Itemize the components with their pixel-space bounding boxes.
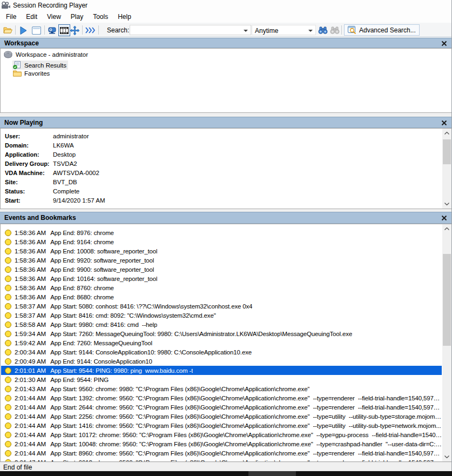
field-label: User: bbox=[5, 133, 20, 139]
event-row[interactable]: 1:58:36 AM App End: 10008: software_repo… bbox=[1, 246, 442, 256]
events-panel-title: Events and Bookmarks bbox=[4, 214, 76, 222]
event-bookmark-icon bbox=[5, 303, 11, 310]
scroll-up-icon[interactable] bbox=[442, 129, 451, 138]
event-bookmark-icon bbox=[5, 404, 11, 411]
pan-button[interactable] bbox=[69, 24, 80, 36]
menu-item[interactable]: Edit bbox=[21, 11, 42, 22]
event-bookmark-icon bbox=[5, 312, 11, 319]
event-time: 1:59:42 AM bbox=[15, 340, 46, 346]
events-close-icon[interactable] bbox=[441, 215, 447, 221]
event-description: App Start: 9144: ConsoleApplication10: 9… bbox=[50, 349, 252, 356]
event-time: 2:01:44 AM bbox=[15, 404, 46, 411]
menu-item[interactable]: Help bbox=[113, 11, 136, 22]
field-value: TSVDA2 bbox=[53, 160, 77, 167]
event-row[interactable]: 2:01:44 AM App Start: 8960: chrome: 9560… bbox=[1, 448, 442, 458]
event-row[interactable]: 2:00:34 AM App Start: 9144: ConsoleAppli… bbox=[1, 347, 442, 357]
more-tools-button[interactable] bbox=[84, 24, 96, 36]
event-description: App End: 10008: software_reporter_tool bbox=[50, 248, 157, 254]
event-time: 2:00:34 AM bbox=[15, 349, 46, 356]
event-row[interactable]: 2:01:44 AM App Start: 1416: chrome: 9560… bbox=[1, 421, 442, 430]
workspace-tree: Workspace - administrator Search Results… bbox=[0, 48, 452, 113]
now-playing-scrollbar[interactable] bbox=[442, 129, 451, 209]
event-row[interactable]: 1:58:58 AM App Start: 9980: cmd: 8416: c… bbox=[1, 320, 442, 329]
event-description: App Start: 10172: chrome: 9560: "C:\Prog… bbox=[50, 432, 442, 438]
workspace-panel-header: Workspace bbox=[0, 38, 452, 48]
projector-icon bbox=[48, 26, 57, 35]
tree-item-search-results[interactable]: Search Results bbox=[12, 61, 68, 70]
dropdown-arrow-icon[interactable] bbox=[308, 30, 313, 32]
scroll-down-icon[interactable] bbox=[442, 199, 451, 209]
scrollbar-thumb[interactable] bbox=[443, 139, 451, 164]
event-row[interactable]: 2:01:43 AM App Start: 9560: chrome: 9980… bbox=[1, 384, 442, 393]
event-row[interactable]: 1:58:36 AM App End: 8680: chrome bbox=[1, 292, 442, 301]
dropdown-arrow-icon[interactable] bbox=[244, 30, 248, 32]
event-row[interactable]: 2:00:49 AM App End: 9144: ConsoleApplica… bbox=[1, 357, 442, 366]
player-window-button[interactable] bbox=[30, 24, 42, 36]
open-button[interactable] bbox=[2, 24, 14, 36]
event-bookmark-icon bbox=[5, 340, 11, 346]
events-scrollbar[interactable] bbox=[442, 224, 451, 461]
event-bookmark-icon bbox=[5, 294, 11, 300]
event-bookmark-icon bbox=[5, 239, 11, 245]
workspace-close-icon[interactable] bbox=[441, 41, 447, 46]
event-row[interactable]: 2:01:44 AM App Start: 2644: chrome: 9560… bbox=[1, 403, 442, 412]
tree-item-label: Search Results bbox=[24, 62, 66, 69]
search-input[interactable] bbox=[130, 25, 251, 35]
event-row[interactable]: 1:58:36 AM App End: 8760: chrome bbox=[1, 283, 442, 292]
event-description: App Start: 10048: chrome: 9560: "C:\Prog… bbox=[50, 441, 442, 447]
event-row[interactable]: 2:01:30 AM App End: 9544: PING bbox=[1, 375, 442, 384]
chevrons-icon bbox=[85, 27, 95, 33]
event-time: 1:58:36 AM bbox=[15, 239, 46, 245]
menu-item[interactable]: Tools bbox=[88, 11, 113, 22]
scrollbar-thumb[interactable] bbox=[443, 254, 451, 346]
event-row[interactable]: 1:59:34 AM App Start: 7260: MessageQueui… bbox=[1, 329, 442, 338]
event-bookmark-icon bbox=[5, 266, 11, 273]
event-description: App Start: 9560: chrome: 9980: "C:\Progr… bbox=[50, 386, 309, 392]
workspace-root-node[interactable]: Workspace - administrator bbox=[4, 51, 88, 58]
event-time: 2:01:44 AM bbox=[15, 441, 46, 447]
find-next-button[interactable] bbox=[317, 24, 329, 36]
menu-item[interactable]: Play bbox=[66, 11, 88, 22]
event-row[interactable]: 1:58:36 AM App End: 9164: chrome bbox=[1, 237, 442, 246]
event-description: App End: 10164: software_reporter_tool bbox=[50, 276, 157, 282]
event-bookmark-icon bbox=[5, 459, 11, 462]
find-previous-button[interactable] bbox=[329, 24, 341, 36]
play-button[interactable] bbox=[17, 24, 29, 36]
scroll-up-icon[interactable] bbox=[442, 224, 451, 233]
event-time: 2:00:49 AM bbox=[15, 358, 46, 365]
event-description: App Start: 1416: chrome: 9560: "C:\Progr… bbox=[50, 423, 441, 429]
event-row[interactable]: 1:58:36 AM App End: 10164: software_repo… bbox=[1, 274, 442, 283]
event-row[interactable]: 2:01:47 AM App Start: 9912: chrome: 9560… bbox=[1, 458, 442, 461]
event-row[interactable]: 2:01:01 AM App Start: 9544: PING: 9980: … bbox=[1, 366, 442, 375]
event-row[interactable]: 2:01:44 AM App Start: 10048: chrome: 956… bbox=[1, 439, 442, 448]
event-row[interactable]: 1:58:36 AM App End: 9920: software_repor… bbox=[1, 256, 442, 265]
field-label: VDA Machine: bbox=[5, 170, 45, 176]
event-description: App Start: 9912: chrome: 9560: "C:\Progr… bbox=[50, 459, 442, 462]
event-time: 2:01:44 AM bbox=[15, 395, 46, 401]
field-label: Domain: bbox=[5, 142, 29, 149]
event-row[interactable]: 1:59:42 AM App End: 7260: MessageQueuing… bbox=[1, 338, 442, 347]
event-bookmark-icon bbox=[5, 257, 11, 264]
time-filter-dropdown[interactable]: Anytime bbox=[252, 25, 316, 35]
event-row[interactable]: 1:58:36 AM App End: 9900: software_repor… bbox=[1, 265, 442, 274]
open-folder-icon bbox=[3, 26, 13, 34]
event-row[interactable]: 1:58:37 AM App Start: 5080: conhost: 841… bbox=[1, 301, 442, 311]
event-row[interactable]: 1:58:36 AM App End: 8976: chrome bbox=[1, 228, 442, 237]
event-time: 1:58:37 AM bbox=[15, 303, 46, 310]
now-playing-panel-title: Now Playing bbox=[4, 119, 43, 126]
event-row[interactable]: 1:58:37 AM App Start: 8416: cmd: 8092: "… bbox=[1, 311, 442, 320]
projector-button[interactable] bbox=[46, 24, 58, 36]
event-time: 1:58:36 AM bbox=[15, 294, 46, 300]
event-row[interactable]: 2:01:44 AM App Start: 10172: chrome: 956… bbox=[1, 430, 442, 439]
menu-item[interactable]: File bbox=[1, 11, 21, 22]
workspace-root-label: Workspace - administrator bbox=[16, 51, 88, 58]
now-playing-close-icon[interactable] bbox=[441, 120, 447, 126]
event-description: App Start: 2256: chrome: 9560: "C:\Progr… bbox=[50, 413, 442, 420]
event-row[interactable]: 2:01:44 AM App Start: 1392: chrome: 9560… bbox=[1, 393, 442, 403]
event-row[interactable]: 2:01:44 AM App Start: 2256: chrome: 9560… bbox=[1, 412, 442, 421]
advanced-search-button[interactable]: Advanced Search... bbox=[344, 24, 420, 36]
tree-item-favorites[interactable]: Favorites bbox=[12, 69, 51, 77]
menu-item[interactable]: View bbox=[42, 11, 66, 22]
event-description: App Start: 8960: chrome: 9560: "C:\Progr… bbox=[50, 450, 442, 457]
scroll-down-icon[interactable] bbox=[442, 452, 451, 461]
